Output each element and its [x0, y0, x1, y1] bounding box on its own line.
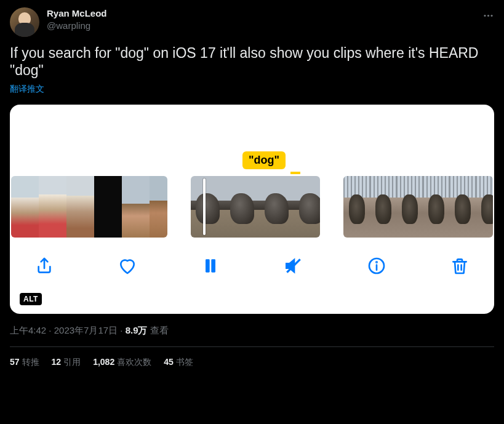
svg-rect-3	[206, 259, 210, 272]
heart-icon[interactable]	[118, 256, 137, 278]
tweet-text: If you search for "dog" on iOS 17 it'll …	[10, 44, 494, 79]
retweets-stat[interactable]: 57转推	[10, 357, 39, 368]
avatar[interactable]	[10, 7, 39, 37]
svg-point-1	[487, 15, 489, 17]
tweet-stats: 57转推 12引用 1,082喜欢次数 45书签	[10, 347, 494, 368]
tweet: Ryan McLeod @warpling If you search for …	[0, 0, 504, 375]
trash-icon[interactable]	[450, 256, 470, 278]
views-label: 查看	[148, 325, 169, 335]
playhead[interactable]	[203, 178, 206, 235]
share-icon[interactable]	[34, 256, 54, 278]
translate-link[interactable]: 翻译推文	[10, 84, 494, 95]
info-icon[interactable]	[367, 256, 386, 278]
tweet-meta[interactable]: 上午4:42 · 2023年7月17日 · 8.9万 查看	[10, 325, 494, 337]
handle: @warpling	[47, 20, 107, 32]
display-name: Ryan McLeod	[47, 7, 107, 20]
tweet-time: 上午4:42	[10, 325, 46, 335]
caption-area: "dog"	[10, 105, 494, 176]
media-card[interactable]: "dog"	[10, 105, 494, 314]
quotes-stat[interactable]: 12引用	[52, 357, 81, 368]
svg-point-2	[490, 15, 492, 17]
alt-badge[interactable]: ALT	[20, 293, 42, 305]
bookmarks-stat[interactable]: 45书签	[164, 357, 193, 368]
likes-stat[interactable]: 1,082喜欢次数	[93, 357, 151, 368]
clip-thumbnail[interactable]	[343, 176, 493, 238]
svg-rect-4	[211, 259, 215, 272]
svg-point-8	[376, 262, 377, 262]
filmstrip[interactable]	[10, 176, 494, 238]
clip-thumbnail[interactable]	[191, 176, 321, 238]
svg-point-0	[484, 15, 486, 17]
clip-thumbnail[interactable]	[11, 176, 167, 238]
media-toolbar	[10, 238, 494, 297]
more-icon[interactable]	[482, 10, 494, 24]
tweet-date: 2023年7月17日	[54, 325, 118, 335]
views-count: 8.9万	[126, 325, 148, 335]
author-block[interactable]: Ryan McLeod @warpling	[47, 7, 107, 32]
mute-icon[interactable]	[284, 256, 303, 278]
caption-pill: "dog"	[242, 151, 286, 169]
pause-icon[interactable]	[201, 256, 220, 278]
caption-tick	[290, 172, 300, 174]
tweet-header: Ryan McLeod @warpling	[10, 7, 494, 37]
